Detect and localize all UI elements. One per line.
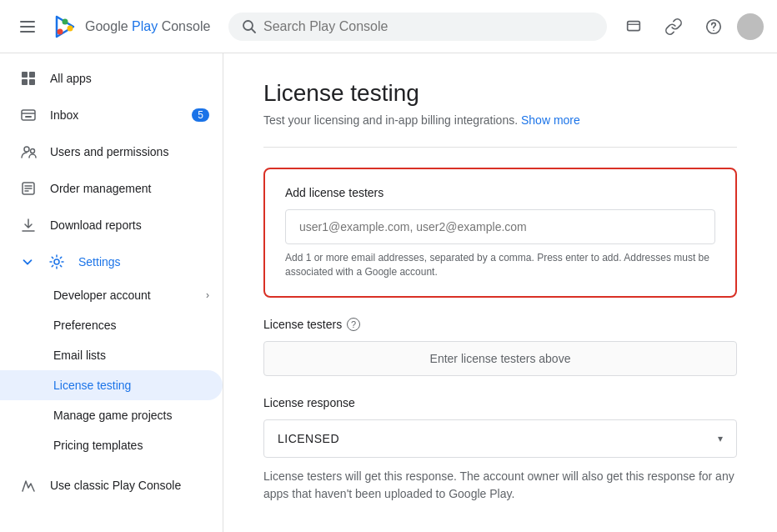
sidebar-item-manage-game[interactable]: Manage game projects xyxy=(0,400,223,430)
sidebar-item-order[interactable]: Order management xyxy=(0,170,223,207)
sidebar-item-inbox[interactable]: Inbox 5 xyxy=(0,97,223,133)
chevron-down-icon xyxy=(20,254,35,269)
svg-point-18 xyxy=(31,149,35,153)
show-more-link[interactable]: Show more xyxy=(521,113,580,127)
add-testers-label: Add license testers xyxy=(285,186,715,199)
svg-rect-11 xyxy=(22,72,28,78)
all-apps-label: All apps xyxy=(50,72,92,85)
sidebar-item-all-apps[interactable]: All apps xyxy=(0,60,223,97)
sidebar-item-developer-account[interactable]: Developer account › xyxy=(0,280,223,310)
help-icon[interactable]: ? xyxy=(347,318,360,331)
preferences-label: Preferences xyxy=(53,319,116,332)
header-actions xyxy=(617,10,764,43)
add-testers-box: Add license testers Add 1 or more email … xyxy=(263,168,737,298)
manage-game-label: Manage game projects xyxy=(53,409,172,422)
classic-label: Use classic Play Console xyxy=(50,479,181,492)
logo-area: Google Play Console xyxy=(52,13,218,40)
svg-rect-16 xyxy=(25,116,32,118)
inbox-badge: 5 xyxy=(192,108,209,122)
svg-point-4 xyxy=(58,28,63,34)
search-icon xyxy=(242,19,257,34)
divider xyxy=(263,147,737,148)
hamburger-menu[interactable] xyxy=(13,14,42,39)
sidebar-item-users[interactable]: Users and permissions xyxy=(0,133,223,170)
inbox-label: Inbox xyxy=(50,108,78,122)
users-label: Users and permissions xyxy=(50,145,168,158)
sidebar-item-email-lists[interactable]: Email lists xyxy=(0,340,223,370)
email-lists-label: Email lists xyxy=(53,349,106,362)
settings-label: Settings xyxy=(78,255,121,269)
svg-rect-7 xyxy=(628,21,640,30)
sidebar-item-preferences[interactable]: Preferences xyxy=(0,310,223,340)
sidebar-item-license-testing[interactable]: License testing xyxy=(0,370,223,400)
license-testers-section-label: License testers ? xyxy=(263,318,737,331)
download-label: Download reports xyxy=(50,218,142,232)
email-input[interactable] xyxy=(285,209,715,244)
settings-icon xyxy=(48,253,65,270)
notifications-button[interactable] xyxy=(617,10,650,43)
svg-point-24 xyxy=(54,259,59,264)
body-layout: All apps Inbox 5 Us xyxy=(0,53,777,532)
developer-chevron-icon: › xyxy=(206,289,209,301)
help-button[interactable] xyxy=(697,10,730,43)
classic-icon xyxy=(20,477,37,494)
license-response-label: License response xyxy=(263,396,737,409)
sidebar: All apps Inbox 5 Us xyxy=(0,53,223,532)
order-label: Order management xyxy=(50,182,151,195)
svg-rect-15 xyxy=(22,110,35,120)
sidebar-item-settings[interactable]: Settings xyxy=(0,243,223,280)
input-hint: Add 1 or more email addresses, separated… xyxy=(285,251,715,279)
svg-point-17 xyxy=(24,147,29,152)
license-response-value: LICENSED xyxy=(278,432,339,445)
svg-point-10 xyxy=(713,29,714,30)
license-testing-label: License testing xyxy=(53,379,131,392)
all-apps-icon xyxy=(20,70,37,87)
logo-icon xyxy=(52,13,78,40)
search-input[interactable] xyxy=(263,19,594,34)
dropdown-chevron-icon: ▾ xyxy=(718,433,723,444)
sidebar-item-download[interactable]: Download reports xyxy=(0,207,223,243)
page-subtitle: Test your licensing and in-app billing i… xyxy=(263,113,737,127)
svg-rect-14 xyxy=(29,79,35,85)
top-header: Google Play Console xyxy=(0,0,777,53)
order-icon xyxy=(20,180,37,197)
pricing-label: Pricing templates xyxy=(53,439,143,452)
logo-text: Google Play Console xyxy=(85,19,210,34)
sidebar-item-classic[interactable]: Use classic Play Console xyxy=(0,467,223,504)
svg-point-3 xyxy=(68,25,73,31)
download-icon xyxy=(20,217,37,233)
svg-rect-12 xyxy=(29,72,35,78)
search-bar xyxy=(228,13,607,41)
avatar[interactable] xyxy=(737,13,764,40)
page-title: License testing xyxy=(263,80,737,107)
response-hint: License testers will get this response. … xyxy=(263,468,737,503)
developer-account-label: Developer account xyxy=(53,289,151,302)
users-icon xyxy=(20,143,37,160)
license-response-dropdown[interactable]: LICENSED ▾ xyxy=(263,419,737,458)
testers-placeholder: Enter license testers above xyxy=(263,341,737,376)
link-button[interactable] xyxy=(657,10,690,43)
main-content: License testing Test your licensing and … xyxy=(223,53,777,532)
inbox-icon xyxy=(20,107,37,123)
svg-rect-13 xyxy=(22,79,28,85)
svg-line-6 xyxy=(252,28,255,32)
svg-point-2 xyxy=(63,18,68,24)
sidebar-item-pricing[interactable]: Pricing templates xyxy=(0,430,223,460)
